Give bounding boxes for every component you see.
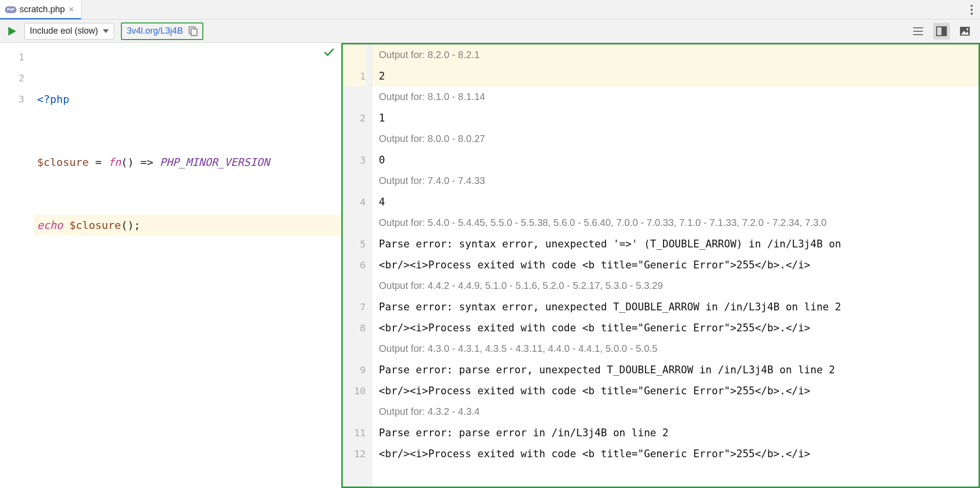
line-number: 3 (0, 89, 24, 110)
svg-point-0 (971, 4, 973, 6)
share-url-link[interactable]: 3v4l.org/L3j4B (127, 26, 183, 36)
copy-icon[interactable] (188, 26, 197, 36)
svg-rect-11 (941, 27, 946, 36)
output-line-number: 9 (343, 359, 366, 380)
output-line: 0 (372, 149, 979, 170)
output-line-number (343, 401, 366, 422)
editor-gutter: 1 2 3 (0, 43, 34, 488)
output-line-number (343, 170, 366, 191)
run-button[interactable] (7, 26, 18, 36)
main-split: 1 2 3 <?php $closure = fn() => PHP_MINOR… (0, 43, 980, 488)
svg-rect-6 (191, 29, 197, 36)
svg-point-14 (966, 28, 968, 30)
output-line: Parse error: syntax error, unexpected T_… (372, 296, 979, 317)
output-line-number: 2 (343, 107, 366, 128)
line-number: 2 (0, 68, 24, 89)
output-header: Output for: 8.1.0 - 8.1.14 (372, 86, 979, 107)
output-line-number: 1 (343, 65, 366, 86)
line-number: 1 (0, 47, 24, 68)
tab-scratch[interactable]: PHP scratch.php × (0, 0, 81, 19)
output-header: Output for: 8.2.0 - 8.2.1 (372, 44, 979, 65)
check-icon (324, 48, 334, 57)
output-line-number: 11 (343, 422, 366, 443)
output-line: Parse error: parse error, unexpected T_D… (372, 359, 979, 380)
code-token: $closure (37, 152, 89, 173)
output-header: Output for: 4.3.2 - 4.3.4 (372, 401, 979, 422)
share-url-box: 3v4l.org/L3j4B (121, 22, 203, 40)
output-line-number: 4 (343, 191, 366, 212)
output-line-number: 10 (343, 380, 366, 401)
kebab-icon (970, 4, 973, 15)
php-file-icon: PHP (5, 5, 17, 14)
output-line: 2 (372, 65, 979, 86)
output-panel: 123456789101112 Output for: 8.2.0 - 8.2.… (341, 43, 980, 488)
output-line-number (343, 212, 366, 233)
output-line-number (343, 86, 366, 107)
run-mode-dropdown[interactable]: Include eol (slow) (24, 23, 114, 40)
output-line-number: 5 (343, 233, 366, 254)
output-line: Parse error: parse error in /in/L3j4B on… (372, 422, 979, 443)
svg-point-2 (971, 12, 973, 14)
output-line: <br/><i>Process exited with code <b titl… (372, 317, 979, 338)
output-line-number: 7 (343, 296, 366, 317)
tab-bar: PHP scratch.php × (0, 0, 980, 20)
more-menu-button[interactable] (963, 0, 980, 19)
image-view-icon[interactable] (957, 23, 973, 40)
output-line: 4 (372, 191, 979, 212)
code-token: <?php (37, 89, 69, 110)
output-line-number: 8 (343, 317, 366, 338)
output-line-number: 3 (343, 149, 366, 170)
play-icon (8, 26, 17, 36)
tab-label: scratch.php (20, 4, 65, 15)
output-line-number: 6 (343, 254, 366, 275)
code-token: = (89, 152, 108, 173)
output-line: <br/><i>Process exited with code <b titl… (372, 254, 979, 275)
split-view-icon[interactable] (933, 23, 950, 40)
output-line-number (343, 128, 366, 149)
output-header: Output for: 4.4.2 - 4.4.9, 5.1.0 - 5.1.6… (372, 275, 979, 296)
output-header: Output for: 7.4.0 - 7.4.33 (372, 170, 979, 191)
code-editor[interactable]: 1 2 3 <?php $closure = fn() => PHP_MINOR… (0, 43, 341, 488)
output-line: <br/><i>Process exited with code <b titl… (372, 380, 979, 401)
output-header: Output for: 5.4.0 - 5.4.45, 5.5.0 - 5.5.… (372, 212, 979, 233)
svg-marker-3 (8, 27, 16, 36)
output-line: 1 (372, 107, 979, 128)
code-token: (); (121, 215, 140, 236)
output-line-number (343, 275, 366, 296)
toolbar: Include eol (slow) 3v4l.org/L3j4B (0, 20, 980, 43)
output-header: Output for: 8.0.0 - 8.0.27 (372, 128, 979, 149)
dropdown-label: Include eol (slow) (30, 26, 98, 36)
output-area[interactable]: Output for: 8.2.0 - 8.2.12Output for: 8.… (372, 44, 979, 487)
code-token: () => (121, 152, 159, 173)
list-view-icon[interactable] (910, 23, 926, 40)
close-icon[interactable]: × (68, 4, 75, 15)
svg-marker-4 (103, 29, 109, 33)
code-token: fn (108, 152, 121, 173)
output-line: Parse error: syntax error, unexpected '=… (372, 233, 979, 254)
output-line-number (343, 338, 366, 359)
code-token (63, 215, 69, 236)
output-line-number: 12 (343, 443, 366, 464)
code-token: $closure (69, 215, 121, 236)
code-token: PHP_MINOR_VERSION (160, 152, 270, 173)
code-token: echo (37, 215, 63, 236)
output-line-number (343, 44, 366, 65)
code-area[interactable]: <?php $closure = fn() => PHP_MINOR_VERSI… (34, 43, 341, 488)
output-gutter: 123456789101112 (343, 44, 372, 487)
output-header: Output for: 4.3.0 - 4.3.1, 4.3.5 - 4.3.1… (372, 338, 979, 359)
chevron-down-icon (103, 29, 109, 33)
svg-point-1 (971, 8, 973, 10)
output-line: <br/><i>Process exited with code <b titl… (372, 443, 979, 464)
